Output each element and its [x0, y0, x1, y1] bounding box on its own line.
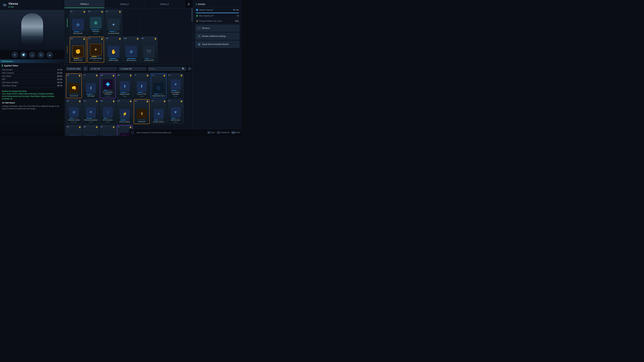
equip-recommended-button[interactable]: ▦ Equip Recommended Module: [195, 41, 240, 48]
inv-level-8: ✕6: [84, 100, 86, 102]
inv-module-0[interactable]: ⊟0 🔒 👊 Shock Punch: [66, 73, 82, 98]
rename-icon: ✏: [198, 26, 201, 30]
tab-grid-btn[interactable]: ⊞: [184, 0, 193, 8]
module-skill-expansion[interactable]: ⊟10 🔒 ⊕ Skill Expansion: [123, 37, 140, 63]
module-description: Modifies the Charged Sub Attack. Use a S…: [2, 90, 62, 100]
inv-icon-11: 🗡: [137, 109, 147, 119]
module-skill-extension[interactable]: ⊟7 🔒 ⊕ Skill Extension: [70, 10, 86, 36]
inv-module-3[interactable]: ⊟6 🔒 ⬆ Singular Master Battle: [117, 73, 133, 98]
module-icon-tech: ⊕: [90, 17, 102, 29]
filter-bar: ⇅ Sort by: New ↺ ◫ Tier: All ◫ Socket: A…: [64, 65, 193, 72]
stat-row: DEF 51.2%: [2, 78, 62, 81]
module-level-tech: ⊟8: [88, 10, 90, 12]
description-section: Modifies the Charged Sub Attack. Use a S…: [0, 89, 64, 111]
module-nimble-fingers[interactable]: ⊟9 🔒 ✋ Nimble Fingers: [105, 37, 122, 63]
inv-module-2[interactable]: ⊟5 🔒 💠 An Outstanding Investment Cooldow…: [100, 73, 116, 98]
refresh-button[interactable]: ↺: [83, 66, 88, 71]
unequip-key[interactable]: X: [217, 131, 220, 134]
inv-lock-0: 🔒: [78, 74, 81, 77]
search-input[interactable]: [149, 68, 182, 70]
inv-module-5[interactable]: ⬡4 🔒 ⬡ Regeneration Boost: [150, 73, 166, 98]
inv-level-6: ✕6: [168, 74, 170, 76]
stat-value: 60.5%: [57, 75, 62, 77]
inv-module-13[interactable]: ^4 🔒 ♥ Safe Recovery Medical: [168, 99, 184, 124]
inv-module-12[interactable]: ✕4 🔒 ✦ Energy Collection: [150, 99, 166, 124]
equip-recommended-label: Equip Recommended Module: [202, 43, 228, 45]
tier-filter[interactable]: ◫ Tier: All: [89, 67, 117, 71]
inv-lock-1: 🔒: [96, 74, 98, 76]
on-skill-desc: Landing a skill attack, deals 12% of own…: [2, 105, 62, 110]
details-title: Details: [193, 0, 242, 7]
lock-icon-se: 🔒: [136, 37, 139, 40]
inv-module-9[interactable]: ⊟5 🔒 ↕ MP Conversion Control: [100, 99, 116, 124]
inv-level-2: ⊟5: [101, 74, 103, 76]
inv-module-6[interactable]: ✕6 🔒 ✦ Non-Attribute Specialist Battle: [168, 73, 184, 98]
inv-sub-13: Medical: [173, 121, 178, 123]
equip-icon: ▦: [198, 42, 201, 46]
scroll-bar[interactable]: [192, 8, 192, 129]
module-increased-def[interactable]: ⊟5 🔒 🛡 Increased DEF: [141, 37, 158, 63]
hotkey-bar: S Save X Unequip All Esc Back: [193, 129, 242, 136]
lock-icon-sp: 🔒: [83, 38, 85, 40]
inv-sub-8: Attack: [89, 121, 92, 123]
skill-icon-3[interactable]: △: [29, 52, 35, 58]
inv-dots-12: [155, 120, 163, 120]
save-key[interactable]: S: [208, 131, 210, 134]
help-button[interactable]: ?: [188, 67, 192, 71]
back-key[interactable]: Esc: [231, 131, 236, 134]
module-shock-punch-equipped[interactable]: ⊟6 🔒 ✊ Shock Punch: [70, 37, 86, 63]
module-increased-shield[interactable]: C6 🔒 ✦ Increased Shield: [105, 10, 122, 36]
inv-lock-13: 🔒: [180, 100, 183, 102]
sort-button[interactable]: ⇅ Sort by: New: [66, 67, 82, 71]
applied-value-title: Applied Value: [2, 64, 62, 67]
module-empty-2[interactable]: [141, 10, 158, 36]
module-level-skill-ext: ⊟7: [70, 10, 72, 12]
module-icon-def: 🛡: [143, 46, 155, 57]
skill-icon-5[interactable]: ☁: [46, 52, 53, 58]
module-technician[interactable]: ⊟8 🔒 ⊕ Technician Attack: [88, 10, 104, 36]
module-empty-1[interactable]: [123, 10, 140, 36]
inv-module-7[interactable]: ⊟5 🔒 ⊕ Maximize Duration Cooldown: [66, 99, 82, 124]
skill-icon-2[interactable]: 🧊: [20, 52, 26, 58]
left-panel: 26 Viessa In Use ❄ 🧊 △ ◎ ☁ Skill Modules…: [0, 0, 64, 136]
inv-lock-5: 🔒: [163, 74, 166, 77]
tab-setting2[interactable]: Setting 2: [104, 0, 144, 8]
module-type-tech: Attack: [94, 33, 98, 34]
socket-icon: ◫: [120, 68, 122, 70]
inv-module-11[interactable]: ⊟0 🔒 🗡 Shortsword: [134, 99, 150, 124]
skill-icon-1[interactable]: ❄: [12, 52, 18, 58]
inv-module-16[interactable]: C6 🔒 ❄ Cold Antibody: [100, 125, 116, 136]
view-checkbox[interactable]: [131, 131, 134, 134]
inv-icon-0: 👊: [69, 83, 79, 93]
hotkey-save: S Save: [208, 131, 215, 134]
inv-name-12: Energy Collection: [152, 121, 165, 123]
scroll-thumb[interactable]: [192, 8, 192, 22]
skill-icon-4[interactable]: ◎: [38, 52, 44, 58]
search-icon: 🔍: [182, 67, 185, 70]
additional-settings-button[interactable]: ⚙ Module Additional Settings: [195, 33, 240, 40]
inv-level-1: ^6: [84, 74, 85, 76]
applied-value-section: Applied Value Skill Duration 11.7%Skill …: [0, 63, 64, 89]
sort-icon: ⇅: [68, 68, 69, 70]
tab-setting3[interactable]: Setting 3: [144, 0, 184, 8]
inv-icon-17: 🔮: [120, 133, 130, 136]
stat-name: Skill Cooldown: [2, 72, 14, 74]
inv-module-8[interactable]: ✕6 🔒 ✦ Dimension Specialist Attack: [83, 99, 99, 124]
stat-row: Skill Effect Range 38.7%: [2, 84, 62, 87]
inv-module-4[interactable]: ^6 🔒 ⬆ Focus on Tech Attack: [134, 73, 150, 98]
inv-module-1[interactable]: ^6 🔒 ⬆ Skill Insight: [83, 73, 99, 98]
module-icon-skill-ext: ⊕: [72, 19, 84, 30]
rename-button[interactable]: ✏ Rename: [195, 25, 240, 32]
dots-shield: [110, 31, 118, 32]
main-area: Setting 1 Setting 2 Setting 3 ⊞ Skill Mo…: [64, 0, 193, 136]
module-technique-manual[interactable]: ✕6 🔒 ✦ Technique Manual Arche Tech: [88, 37, 104, 63]
inv-module-14[interactable]: ⊟5 🔒 ⊕ Enlightenment: [66, 125, 82, 136]
inv-module-15[interactable]: ⊟6 🔒 ☠ Toxic Antibody: [83, 125, 99, 136]
energy-value: (0/1): [235, 20, 239, 22]
inv-module-10[interactable]: ✕6 🔒 ⚡ Electric Antibody: [117, 99, 133, 124]
module-capacity-icon: 💧: [196, 9, 198, 11]
socket-filter[interactable]: ◫ Socket: All: [118, 67, 146, 71]
max-capacity-label: △ Max Capacity UP: [196, 14, 214, 17]
tab-setting1[interactable]: Setting 1: [64, 0, 104, 8]
inv-level-5: ⬡4: [152, 74, 154, 76]
